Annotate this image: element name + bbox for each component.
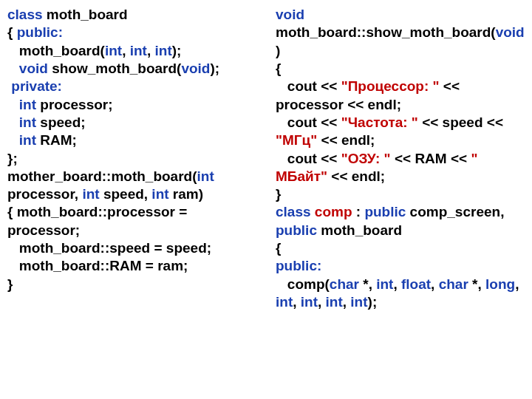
kw-int: int: [151, 186, 168, 202]
txt: moth_board: [317, 222, 402, 238]
txt: ,: [515, 276, 519, 292]
kw-int: int: [105, 43, 122, 58]
txt: }: [7, 276, 13, 292]
txt: moth_board::speed = speed;: [7, 240, 211, 256]
txt: ,: [122, 43, 130, 58]
txt: ,: [147, 43, 155, 58]
kw-int: int: [197, 168, 214, 184]
txt: ram): [169, 186, 203, 202]
txt: {: [276, 61, 281, 76]
code-line: cout << "Частота: " << speed << "МГц" <<…: [276, 114, 525, 150]
kw-void: void: [181, 61, 210, 76]
kw-int: int: [350, 294, 367, 310]
str: "Процессор: ": [341, 78, 440, 94]
txt: ): [276, 43, 280, 58]
txt: [7, 132, 19, 148]
code-line: moth_board::RAM = ram;: [7, 257, 262, 275]
txt: << endl;: [317, 132, 375, 148]
txt: << endl;: [327, 168, 385, 184]
txt: processor,: [7, 186, 82, 202]
kw-void: void: [496, 24, 525, 40]
txt: ,: [343, 294, 351, 310]
txt: comp(: [276, 276, 330, 292]
class-name: comp: [311, 204, 356, 219]
code-line: }: [276, 185, 525, 203]
code-line: void moth_board::show_moth_board(void): [276, 6, 525, 60]
txt: comp_screen,: [406, 204, 504, 219]
txt: ,: [431, 276, 439, 292]
kw-public: public: [364, 204, 406, 219]
txt: << RAM <<: [391, 151, 471, 166]
code-line: cout << "Процессор: " << processor << en…: [276, 78, 525, 114]
kw-int: int: [276, 294, 293, 310]
left-column: class moth_board { public: moth_board(in…: [7, 6, 271, 393]
kw-public: public:: [276, 258, 321, 273]
kw-long: long: [485, 276, 515, 292]
txt: speed;: [36, 115, 86, 130]
code-line: {: [276, 60, 525, 78]
txt: show_moth_board(: [48, 61, 182, 76]
code-line: public:: [276, 257, 525, 275]
code-line: {: [276, 239, 525, 257]
kw-int: int: [301, 294, 318, 310]
kw-void: void: [19, 61, 48, 76]
kw-int: int: [326, 294, 343, 310]
txt: cout <<: [276, 78, 341, 94]
txt: *,: [359, 276, 376, 292]
txt: processor;: [36, 97, 112, 112]
txt: [7, 115, 19, 130]
code-line: class comp : public comp_screen, public …: [276, 203, 525, 239]
str: "МГц": [276, 132, 317, 148]
txt: RAM;: [36, 132, 77, 148]
kw-public: public: [276, 222, 317, 238]
txt: }: [276, 186, 281, 202]
txt: ,: [393, 276, 401, 292]
txt: cout <<: [276, 151, 341, 166]
code-line: comp(char *, int, float, char *, long, i…: [276, 276, 525, 312]
txt: {: [7, 24, 17, 40]
code-line: { public:: [7, 24, 262, 41]
kw-char: char: [439, 276, 468, 292]
kw-public: public:: [17, 24, 63, 40]
kw-int: int: [130, 43, 147, 58]
code-line: };: [7, 150, 262, 168]
code-line: void show_moth_board(void);: [7, 60, 262, 78]
str: "ОЗУ: ": [341, 151, 391, 166]
right-column: void moth_board::show_moth_board(void) {…: [271, 6, 525, 393]
txt: [7, 61, 19, 76]
txt: << speed <<: [418, 115, 503, 130]
code-line: moth_board(int, int, int);: [7, 42, 262, 60]
txt: moth_board::RAM = ram;: [7, 258, 188, 273]
code-line: private:: [7, 78, 262, 95]
txt: speed,: [100, 186, 152, 202]
code-line: int RAM;: [7, 132, 262, 149]
code-line: }: [7, 276, 262, 293]
kw-int: int: [19, 132, 36, 148]
code-line: int speed;: [7, 114, 262, 132]
txt: cout <<: [276, 115, 341, 130]
kw-int: int: [155, 43, 172, 58]
kw-int: int: [19, 115, 36, 130]
txt: *,: [468, 276, 485, 292]
txt: moth_board(: [7, 43, 105, 58]
code-line: moth_board::speed = speed;: [7, 239, 262, 257]
txt: moth_board::show_moth_board(: [276, 24, 496, 40]
txt: { moth_board::processor = processor;: [7, 204, 187, 237]
txt: ,: [318, 294, 326, 310]
txt: ,: [293, 294, 301, 310]
code-line: { moth_board::processor = processor;: [7, 203, 262, 239]
kw-int: int: [19, 97, 36, 112]
kw-int: int: [376, 276, 393, 292]
kw-int: int: [82, 186, 99, 202]
code-line: class moth_board: [7, 6, 262, 24]
txt: );: [210, 61, 219, 76]
kw-void: void: [276, 7, 304, 22]
txt: };: [7, 151, 18, 166]
kw-class: class: [7, 7, 43, 22]
txt: {: [276, 240, 281, 256]
code-line: int processor;: [7, 96, 262, 114]
code-line: cout << "ОЗУ: " << RAM << " МБайт" << en…: [276, 150, 525, 186]
kw-float: float: [401, 276, 431, 292]
code-line: mother_board::moth_board(int processor, …: [7, 168, 262, 204]
str: "Частота: ": [341, 115, 418, 130]
